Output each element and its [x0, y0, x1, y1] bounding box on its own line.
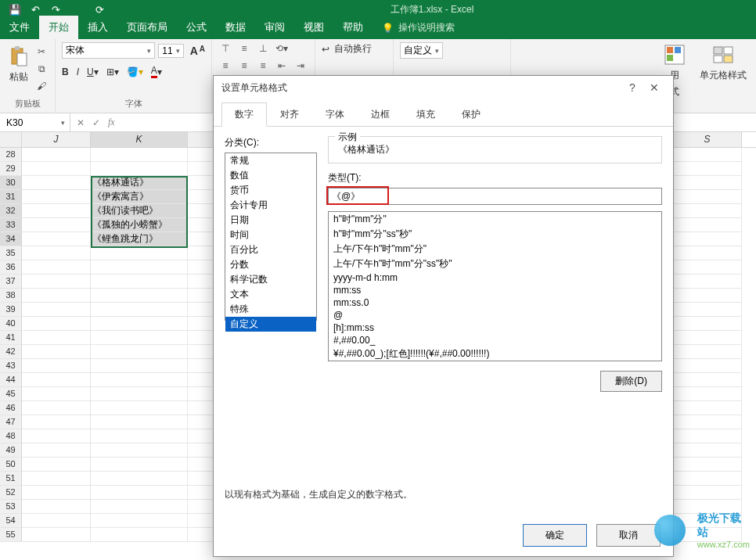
cell[interactable] — [673, 190, 742, 204]
row-header[interactable]: 40 — [0, 317, 22, 331]
row-header[interactable]: 52 — [0, 486, 22, 500]
cell[interactable] — [673, 218, 742, 232]
row-header[interactable]: 55 — [0, 528, 22, 542]
cell[interactable] — [673, 260, 742, 275]
bold-button[interactable]: B — [62, 66, 69, 77]
cell[interactable] — [91, 429, 188, 443]
type-list-item[interactable]: @ — [329, 309, 661, 321]
cell[interactable] — [673, 415, 742, 429]
cell[interactable] — [673, 359, 742, 373]
cell[interactable] — [673, 176, 742, 190]
tab-view[interactable]: 视图 — [294, 16, 333, 39]
cell[interactable] — [22, 232, 91, 246]
help-button[interactable]: ? — [621, 81, 643, 94]
underline-button[interactable]: U▾ — [87, 66, 99, 77]
category-list[interactable]: 常规数值货币会计专用日期时间百分比分数科学记数文本特殊自定义 — [225, 153, 317, 321]
cell[interactable] — [22, 162, 91, 176]
row-header[interactable]: 33 — [0, 218, 22, 232]
cell[interactable] — [91, 401, 188, 415]
delete-button[interactable]: 删除(D) — [600, 371, 662, 392]
paste-button[interactable]: 粘贴 — [6, 42, 31, 87]
dtab-protection[interactable]: 保护 — [448, 102, 494, 126]
cell[interactable] — [91, 486, 188, 500]
type-list-item[interactable]: yyyy-m-d h:mm — [329, 271, 661, 284]
cell[interactable] — [91, 415, 188, 429]
row-header[interactable]: 50 — [0, 458, 22, 472]
cell[interactable] — [22, 415, 91, 429]
row-header[interactable]: 44 — [0, 373, 22, 387]
category-item[interactable]: 日期 — [225, 213, 316, 228]
tab-data[interactable]: 数据 — [216, 16, 255, 39]
increase-font-icon[interactable]: A — [190, 45, 198, 57]
col-header-j[interactable]: J — [22, 132, 91, 147]
row-header[interactable]: 51 — [0, 472, 22, 486]
cell[interactable] — [91, 303, 188, 317]
number-format-dropdown[interactable]: 自定义▾ — [400, 42, 443, 59]
cell[interactable]: 《我们读书吧》 — [91, 204, 188, 218]
fill-color-button[interactable]: 🪣▾ — [127, 66, 143, 77]
cell[interactable] — [22, 500, 91, 514]
col-header-s[interactable]: S — [673, 132, 742, 147]
category-item[interactable]: 自定义 — [225, 317, 316, 332]
row-header[interactable]: 28 — [0, 148, 22, 162]
row-header[interactable]: 43 — [0, 359, 22, 373]
type-list-item[interactable]: h"时"mm"分" — [329, 212, 661, 227]
font-color-button[interactable]: A▾ — [151, 65, 162, 78]
type-list-item[interactable]: [h]:mm:ss — [329, 321, 661, 334]
category-item[interactable]: 特殊 — [225, 302, 316, 317]
type-list-item[interactable]: ¥#,##0.00_);[红色]!!!!!!(¥#,##0.00!!!!!!) — [329, 346, 661, 361]
cell[interactable]: 《鲤鱼跳龙门》 — [91, 232, 188, 246]
category-item[interactable]: 会计专用 — [225, 198, 316, 213]
category-item[interactable]: 货币 — [225, 183, 316, 198]
type-list-item[interactable]: mm:ss — [329, 284, 661, 296]
dtab-fill[interactable]: 填充 — [403, 102, 448, 126]
row-header[interactable]: 32 — [0, 204, 22, 218]
cell[interactable] — [22, 289, 91, 303]
indent-increase-icon[interactable]: ⇥ — [293, 59, 308, 72]
copy-icon[interactable]: ⧉ — [34, 63, 49, 75]
cell[interactable] — [673, 246, 742, 260]
tab-file[interactable]: 文件 — [0, 16, 39, 39]
cell[interactable] — [91, 246, 188, 260]
cell[interactable] — [22, 472, 91, 486]
cell[interactable] — [91, 289, 188, 303]
type-list-item[interactable]: 上午/下午h"时"mm"分"ss"秒" — [329, 257, 661, 271]
cell[interactable] — [22, 260, 91, 275]
cell[interactable] — [91, 373, 188, 387]
cell[interactable] — [22, 317, 91, 331]
row-header[interactable]: 39 — [0, 303, 22, 317]
cell[interactable] — [22, 246, 91, 260]
cell[interactable] — [91, 275, 188, 289]
cell[interactable]: 《伊索寓言》 — [91, 190, 188, 204]
cell[interactable] — [22, 443, 91, 458]
tab-review[interactable]: 审阅 — [255, 16, 294, 39]
cell[interactable] — [673, 472, 742, 486]
row-header[interactable]: 38 — [0, 289, 22, 303]
row-header[interactable]: 37 — [0, 275, 22, 289]
cell[interactable] — [673, 317, 742, 331]
cell[interactable] — [22, 218, 91, 232]
cell[interactable] — [673, 387, 742, 401]
dtab-font[interactable]: 字体 — [312, 102, 358, 126]
align-bottom-icon[interactable]: ⊥ — [256, 42, 270, 55]
cell[interactable] — [673, 232, 742, 246]
cell[interactable] — [91, 359, 188, 373]
cell[interactable] — [22, 528, 91, 542]
cell[interactable] — [22, 429, 91, 443]
indent-decrease-icon[interactable]: ⇤ — [275, 59, 289, 72]
cell[interactable] — [673, 486, 742, 500]
cell[interactable] — [91, 443, 188, 458]
row-header[interactable]: 29 — [0, 162, 22, 176]
cell[interactable] — [673, 345, 742, 359]
cell[interactable] — [673, 275, 742, 289]
cell[interactable] — [22, 401, 91, 415]
cell[interactable] — [22, 458, 91, 472]
category-item[interactable]: 文本 — [225, 287, 316, 302]
cell[interactable] — [22, 359, 91, 373]
cell[interactable] — [91, 148, 188, 162]
cell[interactable] — [91, 528, 188, 542]
tab-formulas[interactable]: 公式 — [177, 16, 216, 39]
cell[interactable] — [673, 443, 742, 458]
row-header[interactable]: 30 — [0, 176, 22, 190]
cell[interactable] — [91, 514, 188, 528]
